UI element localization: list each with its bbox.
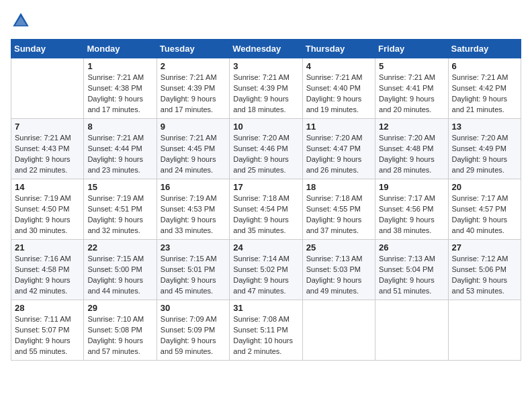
day-info: Sunrise: 7:08 AM Sunset: 5:11 PM Dayligh… [233,314,298,357]
day-info: Sunrise: 7:20 AM Sunset: 4:47 PM Dayligh… [306,133,371,176]
calendar-cell: 5Sunrise: 7:21 AM Sunset: 4:41 PM Daylig… [375,58,448,119]
day-info: Sunrise: 7:16 AM Sunset: 4:58 PM Dayligh… [15,254,80,297]
day-info: Sunrise: 7:11 AM Sunset: 5:07 PM Dayligh… [15,314,80,357]
page-header [11,11,521,31]
day-info: Sunrise: 7:13 AM Sunset: 5:03 PM Dayligh… [306,254,371,297]
day-number: 5 [379,61,444,71]
calendar-table: SundayMondayTuesdayWednesdayThursdayFrid… [11,39,521,361]
day-info: Sunrise: 7:21 AM Sunset: 4:42 PM Dayligh… [452,73,517,116]
day-number: 6 [452,61,517,71]
day-info: Sunrise: 7:21 AM Sunset: 4:39 PM Dayligh… [161,73,226,116]
day-info: Sunrise: 7:21 AM Sunset: 4:45 PM Dayligh… [161,133,226,176]
day-number: 30 [161,303,226,313]
day-number: 28 [15,303,80,313]
day-number: 27 [452,242,517,253]
weekday-row: SundayMondayTuesdayWednesdayThursdayFrid… [11,40,521,58]
day-info: Sunrise: 7:21 AM Sunset: 4:43 PM Dayligh… [15,133,80,176]
day-info: Sunrise: 7:15 AM Sunset: 5:01 PM Dayligh… [161,254,226,297]
day-number: 23 [161,242,226,253]
calendar-body: 1Sunrise: 7:21 AM Sunset: 4:38 PM Daylig… [11,58,521,361]
day-number: 14 [15,182,80,192]
day-info: Sunrise: 7:21 AM Sunset: 4:38 PM Dayligh… [87,73,152,116]
day-info: Sunrise: 7:21 AM Sunset: 4:44 PM Dayligh… [87,133,152,176]
day-info: Sunrise: 7:21 AM Sunset: 4:39 PM Dayligh… [233,73,298,116]
day-info: Sunrise: 7:09 AM Sunset: 5:09 PM Dayligh… [161,314,226,357]
calendar-cell: 2Sunrise: 7:21 AM Sunset: 4:39 PM Daylig… [157,58,229,119]
logo [11,11,34,31]
day-info: Sunrise: 7:13 AM Sunset: 5:04 PM Dayligh… [379,254,444,297]
day-info: Sunrise: 7:19 AM Sunset: 4:53 PM Dayligh… [161,193,226,236]
day-number: 24 [233,242,298,253]
weekday-header-tuesday: Tuesday [157,40,229,58]
calendar-header: SundayMondayTuesdayWednesdayThursdayFrid… [11,40,521,58]
calendar-cell: 11Sunrise: 7:20 AM Sunset: 4:47 PM Dayli… [302,119,375,179]
calendar-cell: 20Sunrise: 7:17 AM Sunset: 4:57 PM Dayli… [448,179,521,240]
calendar-cell: 12Sunrise: 7:20 AM Sunset: 4:48 PM Dayli… [375,119,448,179]
weekday-header-saturday: Saturday [448,40,521,58]
calendar-cell: 1Sunrise: 7:21 AM Sunset: 4:38 PM Daylig… [84,58,157,119]
day-number: 11 [306,122,371,132]
day-number: 20 [452,182,517,192]
calendar-cell: 10Sunrise: 7:20 AM Sunset: 4:46 PM Dayli… [230,119,302,179]
day-number: 18 [306,182,371,192]
calendar-cell: 30Sunrise: 7:09 AM Sunset: 5:09 PM Dayli… [157,300,229,361]
day-number: 17 [233,182,298,192]
day-info: Sunrise: 7:20 AM Sunset: 4:48 PM Dayligh… [379,133,444,176]
calendar-cell: 26Sunrise: 7:13 AM Sunset: 5:04 PM Dayli… [375,240,448,300]
day-number: 31 [233,303,298,313]
calendar-cell: 23Sunrise: 7:15 AM Sunset: 5:01 PM Dayli… [157,240,229,300]
weekday-header-friday: Friday [375,40,448,58]
calendar-cell [11,58,84,119]
weekday-header-monday: Monday [84,40,157,58]
calendar-cell: 19Sunrise: 7:17 AM Sunset: 4:56 PM Dayli… [375,179,448,240]
day-info: Sunrise: 7:14 AM Sunset: 5:02 PM Dayligh… [233,254,298,297]
calendar-cell: 15Sunrise: 7:19 AM Sunset: 4:51 PM Dayli… [84,179,157,240]
calendar-cell [448,300,521,361]
day-info: Sunrise: 7:21 AM Sunset: 4:41 PM Dayligh… [379,73,444,116]
day-number: 25 [306,242,371,253]
calendar-cell: 3Sunrise: 7:21 AM Sunset: 4:39 PM Daylig… [230,58,302,119]
week-row-2: 14Sunrise: 7:19 AM Sunset: 4:50 PM Dayli… [11,179,521,240]
calendar-cell [302,300,375,361]
day-info: Sunrise: 7:17 AM Sunset: 4:57 PM Dayligh… [452,193,517,236]
calendar-cell: 9Sunrise: 7:21 AM Sunset: 4:45 PM Daylig… [157,119,229,179]
day-info: Sunrise: 7:15 AM Sunset: 5:00 PM Dayligh… [87,254,152,297]
calendar-cell: 14Sunrise: 7:19 AM Sunset: 4:50 PM Dayli… [11,179,84,240]
week-row-4: 28Sunrise: 7:11 AM Sunset: 5:07 PM Dayli… [11,300,521,361]
day-number: 9 [161,122,226,132]
weekday-header-sunday: Sunday [11,40,84,58]
day-info: Sunrise: 7:21 AM Sunset: 4:40 PM Dayligh… [306,73,371,116]
day-number: 19 [379,182,444,192]
calendar-cell: 25Sunrise: 7:13 AM Sunset: 5:03 PM Dayli… [302,240,375,300]
calendar-cell: 31Sunrise: 7:08 AM Sunset: 5:11 PM Dayli… [230,300,302,361]
calendar-cell: 18Sunrise: 7:18 AM Sunset: 4:55 PM Dayli… [302,179,375,240]
day-number: 7 [15,122,80,132]
week-row-3: 21Sunrise: 7:16 AM Sunset: 4:58 PM Dayli… [11,240,521,300]
day-number: 10 [233,122,298,132]
day-info: Sunrise: 7:12 AM Sunset: 5:06 PM Dayligh… [452,254,517,297]
day-number: 2 [161,61,226,71]
day-number: 4 [306,61,371,71]
day-info: Sunrise: 7:19 AM Sunset: 4:50 PM Dayligh… [15,193,80,236]
day-info: Sunrise: 7:18 AM Sunset: 4:54 PM Dayligh… [233,193,298,236]
logo-icon [11,11,31,31]
day-number: 29 [87,303,152,313]
calendar-cell: 7Sunrise: 7:21 AM Sunset: 4:43 PM Daylig… [11,119,84,179]
calendar-cell: 24Sunrise: 7:14 AM Sunset: 5:02 PM Dayli… [230,240,302,300]
calendar-cell [375,300,448,361]
day-number: 21 [15,242,80,253]
calendar-cell: 29Sunrise: 7:10 AM Sunset: 5:08 PM Dayli… [84,300,157,361]
calendar-cell: 16Sunrise: 7:19 AM Sunset: 4:53 PM Dayli… [157,179,229,240]
day-info: Sunrise: 7:20 AM Sunset: 4:46 PM Dayligh… [233,133,298,176]
calendar-cell: 28Sunrise: 7:11 AM Sunset: 5:07 PM Dayli… [11,300,84,361]
calendar-cell: 13Sunrise: 7:20 AM Sunset: 4:49 PM Dayli… [448,119,521,179]
calendar-cell: 4Sunrise: 7:21 AM Sunset: 4:40 PM Daylig… [302,58,375,119]
day-number: 15 [87,182,152,192]
day-info: Sunrise: 7:10 AM Sunset: 5:08 PM Dayligh… [87,314,152,357]
calendar-cell: 22Sunrise: 7:15 AM Sunset: 5:00 PM Dayli… [84,240,157,300]
day-number: 16 [161,182,226,192]
day-number: 26 [379,242,444,253]
week-row-0: 1Sunrise: 7:21 AM Sunset: 4:38 PM Daylig… [11,58,521,119]
calendar-cell: 6Sunrise: 7:21 AM Sunset: 4:42 PM Daylig… [448,58,521,119]
weekday-header-thursday: Thursday [302,40,375,58]
